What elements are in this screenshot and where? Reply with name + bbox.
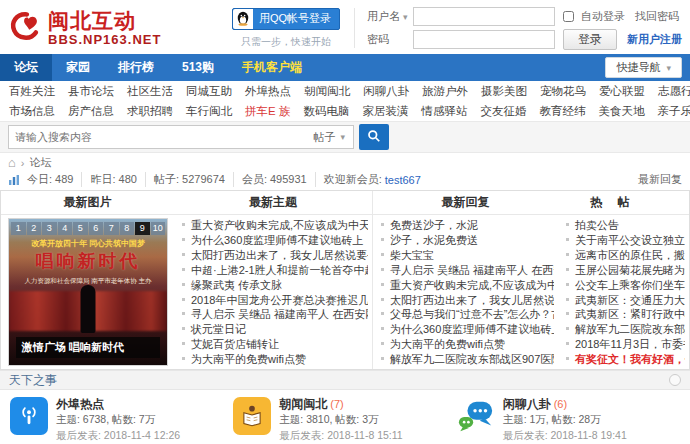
topic-link[interactable]: 艾妮百货店铺转让 (182, 337, 368, 352)
reply-link[interactable]: 为什么360度监理师傅不建议地砖上 (381, 322, 554, 337)
forum-name[interactable]: 朝闻闽北 (279, 397, 327, 411)
topic-link[interactable]: 为大南平的免费wifi点赞 (182, 352, 368, 367)
forum-name[interactable]: 外埠热点 (56, 397, 104, 411)
topic-link[interactable]: 状元堂日记 (182, 322, 368, 337)
nav-item[interactable]: 排行榜 (104, 54, 168, 81)
nav-item[interactable]: 家园 (52, 54, 104, 81)
hot-post-link[interactable]: 解放军九二医院改东部战区907医院 (566, 322, 685, 337)
hot-post-link[interactable]: 武夷新区：交通压力大，堵成一锅粥 (566, 293, 685, 308)
auto-login-checkbox[interactable] (563, 11, 574, 22)
forum-link[interactable]: 朝闻闽北 (304, 84, 350, 99)
reply-link[interactable]: 父母总与我们“过意不去”怎么办？古人 (381, 307, 554, 322)
carousel-page-number[interactable]: 8 (120, 222, 135, 235)
carousel-page-number[interactable]: 10 (151, 222, 166, 235)
topic-link[interactable]: 缘聚武夷 传承文脉 (182, 278, 368, 293)
reply-link[interactable]: 沙子，水泥免费送 (381, 233, 554, 248)
collapse-icon[interactable] (669, 374, 681, 386)
hot-post-link[interactable]: 武夷新区：紧盯行政中心搬迁目标，倒 (566, 307, 685, 322)
topic-link[interactable]: 2018年中国龙舟公开赛总决赛推迟几天 (182, 293, 368, 308)
password-input[interactable] (413, 30, 555, 49)
username-input[interactable] (413, 7, 555, 26)
forum-link[interactable]: 交友征婚 (480, 104, 526, 119)
hot-post-link[interactable]: 2018年11月3日，市委书记、市长深入 (566, 337, 685, 352)
reply-link[interactable]: 为大南平的免费wifi点赞 (381, 337, 554, 352)
login-button[interactable]: 登录 (563, 29, 617, 50)
newest-member-link[interactable]: test667 (385, 174, 421, 186)
carousel-page-number[interactable]: 7 (104, 222, 119, 235)
forum-block-chaowen[interactable]: 朝闻闽北(7) 主题: 3810, 帖数: 3万 最后发表: 2018-11-8… (233, 397, 456, 443)
nav-item[interactable]: 513购 (168, 54, 228, 81)
image-carousel[interactable]: 12345678910 改革开放四十年 同心共筑中国梦 唱响新时代 人力资源和社… (8, 218, 168, 366)
caret-down-icon[interactable]: ▾ (403, 12, 408, 22)
forum-name[interactable]: 闲聊八卦 (503, 397, 551, 411)
reply-link[interactable]: 寻人启示 吴继品 福建南平人 在西安网 (381, 263, 554, 278)
forum-link[interactable]: 车行闽北 (186, 104, 232, 119)
search-button[interactable] (359, 124, 389, 150)
forum-link[interactable]: 外埠热点 (245, 84, 291, 99)
qq-login-button[interactable]: 用QQ帐号登录 (232, 8, 340, 30)
forum-link[interactable]: 宠物花鸟 (540, 84, 586, 99)
forum-link[interactable]: 亲子乐园 (657, 104, 690, 119)
tab-hot-posts[interactable]: 热 帖 (558, 191, 689, 214)
forum-link[interactable]: 教育经纬 (539, 104, 585, 119)
nav-item[interactable]: 论坛 (0, 54, 52, 81)
forgot-password-link[interactable]: 找回密码 (635, 9, 679, 24)
tab-latest-images[interactable]: 最新图片 (1, 191, 174, 214)
topic-link[interactable]: 中超·上港2-1胜人和提前一轮首夺中超 (182, 263, 368, 278)
forum-link[interactable]: 社区生活 (127, 84, 173, 99)
carousel-page-number[interactable]: 1 (11, 222, 26, 235)
carousel-page-number[interactable]: 9 (135, 222, 150, 235)
reply-link[interactable]: 柴大宝宝 (381, 248, 554, 263)
forum-link[interactable]: 房产信息 (68, 104, 114, 119)
hot-post-link[interactable]: 公交车上乘客你们坐车以为没有责任？ (566, 278, 685, 293)
topic-link[interactable]: 太阳打西边出来了，我女儿居然说要去 (182, 248, 368, 263)
forum-link[interactable]: 县市论坛 (68, 84, 114, 99)
carousel-page-number[interactable]: 5 (73, 222, 88, 235)
forum-link[interactable]: 爱心联盟 (599, 84, 645, 99)
hot-post-link[interactable]: 拍卖公告 (566, 218, 685, 233)
forum-link[interactable]: 拼车E 族 (245, 104, 290, 119)
topic-link[interactable]: 寻人启示 吴继品 福建南平人 在西安网 (182, 307, 368, 322)
nav-item[interactable]: 手机客户端 (228, 54, 316, 81)
reply-link[interactable]: 太阳打西边出来了，我女儿居然说要去 (381, 293, 554, 308)
tab-latest-replies[interactable]: 最新回复 (372, 191, 558, 214)
forum-link[interactable]: 数码电脑 (303, 104, 349, 119)
tab-latest-topics[interactable]: 最新主题 (174, 191, 372, 214)
hot-post-link[interactable]: 有奖征文！我有好酒，你有故事么？ (566, 352, 685, 367)
breadcrumb-current[interactable]: 论坛 (30, 155, 52, 170)
reply-link[interactable]: 解放军九二医院改东部战区907医院 (381, 352, 554, 367)
latest-reply-link[interactable]: 最新回复 (638, 172, 682, 187)
quick-nav-button[interactable]: 快捷导航 ▾ (605, 57, 682, 78)
reply-link[interactable]: 免费送沙子，水泥 (381, 218, 554, 233)
forum-link[interactable]: 美食天地 (598, 104, 644, 119)
topic-link[interactable]: 重大资产收购未完成,不应该成为中天金 (182, 218, 368, 233)
register-link[interactable]: 新用户注册 (627, 32, 682, 47)
forum-link[interactable]: 旅游户外 (422, 84, 468, 99)
carousel-page-number[interactable]: 4 (58, 222, 73, 235)
reply-link[interactable]: 重大资产收购未完成,不应该成为中天金 (381, 278, 554, 293)
hot-post-link[interactable]: 玉屏公园菊花展先睹为快 (566, 263, 685, 278)
forum-link[interactable]: 家居装潢 (362, 104, 408, 119)
topic-link[interactable]: 为什么360度监理师傅不建议地砖上 (182, 233, 368, 248)
forum-block-waibu[interactable]: 外埠热点 主题: 6738, 帖数: 7万 最后发表: 2018-11-4 12… (10, 397, 233, 443)
search-category-select[interactable]: 帖子 ▾ (305, 130, 353, 145)
forum-link[interactable]: 百姓关注 (9, 84, 55, 99)
forum-link[interactable]: 同城互助 (186, 84, 232, 99)
forum-link[interactable]: 市场信息 (9, 104, 55, 119)
forum-link[interactable]: 情感驿站 (421, 104, 467, 119)
search-input[interactable] (9, 131, 305, 143)
forum-link[interactable]: 摄影美图 (481, 84, 527, 99)
forum-last-post[interactable]: 最后发表: 2018-11-8 19:41 (503, 429, 627, 443)
forum-last-post[interactable]: 最后发表: 2018-11-4 12:26 (56, 429, 180, 443)
forum-block-xianliao[interactable]: 闲聊八卦(6) 主题: 1万, 帖数: 28万 最后发表: 2018-11-8 … (457, 397, 680, 443)
forum-link[interactable]: 求职招聘 (127, 104, 173, 119)
forum-last-post[interactable]: 最后发表: 2018-11-8 15:11 (279, 429, 402, 443)
site-logo[interactable]: 闽北互动 BBS.NP163.NET (8, 9, 161, 48)
hot-post-link[interactable]: 关于南平公交设立独立驾驶室的建议 (566, 233, 685, 248)
forum-link[interactable]: 志愿行动 (658, 84, 690, 99)
hot-post-link[interactable]: 远离市区的原住民，搬到新城江南有设 (566, 248, 685, 263)
carousel-page-number[interactable]: 6 (89, 222, 104, 235)
home-icon[interactable]: ⌂ (8, 155, 16, 170)
forum-link[interactable]: 闲聊八卦 (363, 84, 409, 99)
carousel-page-number[interactable]: 2 (27, 222, 42, 235)
